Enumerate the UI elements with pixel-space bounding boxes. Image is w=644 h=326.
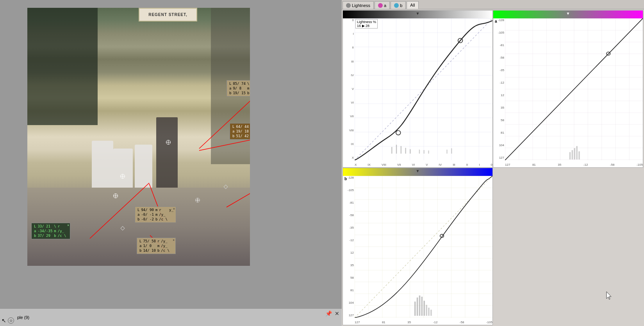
lightness-x-axis: X IX VIII VII VI V IV III II I 0 bbox=[355, 163, 492, 167]
sample-popup-6: × L75/ 58r/y_ a 1/ 0m/y_ b14/ 10b/c \ bbox=[137, 238, 176, 254]
a-tab-icon bbox=[378, 3, 383, 8]
b-header-arrow: ▼ bbox=[416, 169, 420, 173]
svg-rect-35 bbox=[417, 297, 418, 316]
sign-text: REGENT STREET, bbox=[148, 13, 187, 17]
svg-rect-34 bbox=[414, 302, 416, 316]
svg-rect-41 bbox=[430, 310, 432, 316]
right-panel: Lightness a b All ▼ Lightness % 16 ▶ bbox=[342, 0, 644, 326]
crosshair-4 bbox=[195, 198, 200, 202]
lightness-chart-canvas bbox=[355, 18, 492, 160]
svg-rect-15 bbox=[405, 148, 406, 154]
cursor-pointer bbox=[605, 292, 613, 303]
pin-icon[interactable]: 📌 bbox=[325, 310, 332, 317]
left-panel: REGENT STREET, bbox=[0, 0, 342, 326]
sample-popup-2: × L64/ 44\r a19/ 18m/y_ b51/ 42b/c \ bbox=[230, 123, 250, 140]
crosshair-2 bbox=[120, 174, 125, 179]
tab-lightness-label: Lightness bbox=[352, 3, 370, 8]
b-chart-panel: ▼ b -128 -105 -81 -58 -35 -12 12 35 58 8… bbox=[343, 168, 493, 325]
bottom-right-empty bbox=[493, 168, 643, 325]
image-container: REGENT STREET, bbox=[27, 8, 250, 266]
street-photo: REGENT STREET, bbox=[27, 8, 250, 266]
b-chart-canvas bbox=[355, 176, 492, 318]
lightness-label-box: Lightness % 16 ▶ 28 bbox=[355, 19, 378, 29]
svg-rect-38 bbox=[424, 301, 425, 315]
b-tab-icon bbox=[394, 3, 399, 8]
svg-rect-12 bbox=[391, 147, 392, 154]
b-chart-label: b bbox=[344, 177, 347, 181]
crosshair-3 bbox=[113, 193, 118, 198]
tab-b[interactable]: b bbox=[391, 1, 406, 9]
popup-close-4[interactable]: × bbox=[173, 207, 175, 211]
sample-popup-1: × L85/ 74\r a 9/ 8m/y_ b19/ 15b/c \ bbox=[227, 80, 250, 97]
svg-rect-16 bbox=[410, 149, 410, 154]
cursor-icon-area: ↖ ○ bbox=[2, 317, 14, 324]
svg-rect-28 bbox=[574, 148, 576, 159]
tab-bar: Lightness a b All bbox=[342, 0, 644, 9]
lightness-chart-panel: ▼ Lightness % 16 ▶ 28 0 I II III IV V VI bbox=[343, 10, 493, 168]
a-header: ▼ bbox=[493, 11, 643, 18]
circle-icon: ○ bbox=[8, 317, 14, 324]
bottom-bar: ↖ ○ ple (9) 📌 ✕ bbox=[0, 308, 342, 326]
a-x-axis: 127 81 35 -12 -58 -105 bbox=[505, 163, 643, 167]
svg-rect-37 bbox=[421, 297, 423, 316]
b-x-axis: 127 81 35 -12 -58 -105 bbox=[355, 321, 492, 324]
tab-a[interactable]: a bbox=[375, 1, 390, 9]
a-y-axis: -128 -105 -81 -58 -35 -12 12 35 58 81 10… bbox=[493, 18, 505, 159]
lightness-header-arrow: ▼ bbox=[416, 11, 420, 16]
svg-rect-36 bbox=[419, 296, 421, 316]
svg-rect-30 bbox=[578, 151, 580, 159]
svg-rect-26 bbox=[569, 152, 571, 159]
tab-a-label: a bbox=[384, 3, 386, 8]
a-chart-label: a bbox=[495, 19, 497, 23]
street-sign: REGENT STREET, bbox=[139, 8, 197, 21]
building-left bbox=[27, 8, 98, 125]
svg-rect-20 bbox=[446, 150, 447, 154]
svg-rect-29 bbox=[576, 146, 578, 159]
b-y-axis: -128 -105 -81 -58 -35 -12 12 35 58 81 10… bbox=[343, 176, 355, 317]
crosshair-1 bbox=[166, 140, 171, 145]
lightness-header: ▼ bbox=[343, 11, 492, 18]
sample-count-label: ple (9) bbox=[17, 315, 29, 320]
svg-rect-18 bbox=[424, 150, 425, 154]
tab-all[interactable]: All bbox=[407, 1, 418, 9]
arrow-icon: ↖ bbox=[2, 317, 6, 324]
svg-rect-21 bbox=[451, 148, 452, 154]
lightness-title: Lightness % bbox=[357, 20, 376, 24]
a-chart-canvas bbox=[505, 18, 643, 160]
popup-close-7[interactable]: × bbox=[67, 224, 69, 227]
popup-close-6[interactable]: × bbox=[173, 238, 175, 242]
sample-popup-7: × L33/ 21\r a-34/-35m/y_ b37/ 29b/c \ bbox=[31, 223, 70, 239]
sample-popup-4: × L94/ 90mry_ a-0/ -1m/y_ b-0/ -2b/c \ bbox=[135, 206, 176, 223]
lightness-y-axis: 0 I II III IV V VI VII VIII IX X bbox=[343, 18, 355, 159]
b-header: ▼ bbox=[343, 168, 492, 176]
svg-rect-17 bbox=[419, 150, 420, 154]
tab-lightness[interactable]: Lightness bbox=[343, 1, 374, 9]
svg-rect-13 bbox=[396, 145, 397, 154]
tab-all-label: All bbox=[410, 3, 415, 7]
close-icon-bottom[interactable]: ✕ bbox=[335, 310, 339, 317]
svg-rect-39 bbox=[426, 305, 427, 316]
charts-area: ▼ Lightness % 16 ▶ 28 0 I II III IV V VI bbox=[342, 9, 644, 326]
tab-b-label: b bbox=[400, 3, 402, 8]
svg-rect-40 bbox=[428, 308, 430, 316]
a-header-arrow: ▼ bbox=[566, 11, 570, 16]
svg-rect-14 bbox=[401, 146, 401, 154]
a-chart-panel: ▼ a -128 -105 -81 -58 -35 -12 12 35 58 8… bbox=[493, 10, 643, 168]
svg-rect-27 bbox=[572, 150, 573, 159]
svg-rect-19 bbox=[428, 150, 429, 154]
lightness-values: 16 ▶ 28 bbox=[357, 24, 369, 28]
lightness-tab-icon bbox=[346, 3, 351, 8]
